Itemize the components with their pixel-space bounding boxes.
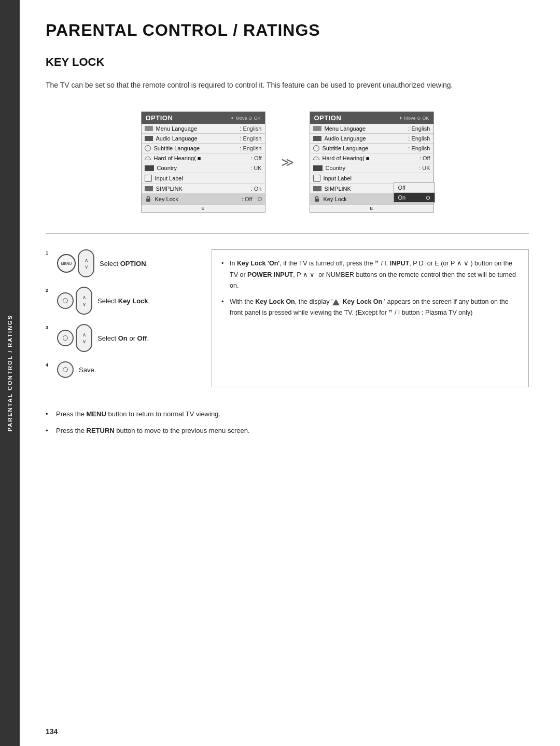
menu-value-1: : English bbox=[240, 125, 261, 132]
down-arrow-icon: ∨ bbox=[85, 264, 88, 270]
menu-row-2: Audio Language : English bbox=[142, 134, 265, 144]
down-arrow-icon-3: ∨ bbox=[82, 339, 86, 344]
step-3-number: 3 bbox=[46, 325, 52, 330]
step-3-nav[interactable]: ∧ ∨ bbox=[76, 324, 92, 352]
step-3-label: Select On or Off. bbox=[97, 334, 149, 342]
menu-button[interactable]: MENU bbox=[57, 254, 76, 273]
menu-right-row-5: Country : UK bbox=[310, 163, 433, 173]
menu-label-7: SIMPLINK bbox=[156, 186, 248, 192]
menu-label-8: Key Lock bbox=[155, 196, 239, 202]
menu-right-icon-2 bbox=[313, 136, 321, 141]
intro-text: The TV can be set so that the remote con… bbox=[46, 79, 497, 91]
bottom-notes: Press the MENU button to return to norma… bbox=[46, 408, 529, 437]
up-arrow-icon-2: ∧ bbox=[82, 295, 86, 300]
menu-row-3: Subtitle Language : English bbox=[142, 144, 265, 153]
svg-rect-1 bbox=[315, 199, 319, 202]
menu-right-icon-5 bbox=[313, 165, 323, 171]
menu-value-5: : UK bbox=[250, 165, 261, 171]
menu-value-8: : Off bbox=[242, 196, 253, 202]
menu-right-header: OPTION ✦ Move ⊙ OK bbox=[310, 112, 433, 124]
menu-icon-audio bbox=[145, 136, 153, 141]
menu-left-nav: ✦ Move ⊙ OK bbox=[230, 116, 261, 121]
menu-right-row-2: Audio Language : English bbox=[310, 134, 433, 144]
menu-row-4: Hard of Hearing( ■ : Off bbox=[142, 153, 265, 163]
menu-icon-lock-left bbox=[145, 195, 152, 203]
page-title: PARENTAL CONTROL / RATINGS bbox=[46, 21, 529, 40]
menu-icon-subtitle bbox=[145, 145, 151, 151]
menu-icon-image bbox=[145, 126, 153, 131]
note-1: In Key Lock 'On', if the TV is turned of… bbox=[221, 258, 519, 291]
menu-right-icon-1 bbox=[313, 126, 321, 131]
menu-btn-label: MENU bbox=[61, 262, 72, 265]
menu-dot bbox=[258, 197, 262, 201]
menu-icon-simplink bbox=[145, 186, 153, 191]
menu-right-icon-4 bbox=[313, 157, 319, 160]
menu-label-1: Menu Language bbox=[156, 125, 237, 132]
menu-right-icon-3 bbox=[313, 145, 319, 151]
step-2-nav[interactable]: ∧ ∨ bbox=[76, 287, 92, 315]
step-1-row: 1 MENU ∧ ∨ Select OPTION. bbox=[46, 249, 191, 277]
step-4-buttons bbox=[57, 361, 74, 378]
menu-left-title: OPTION bbox=[146, 114, 173, 122]
ok-button-3[interactable] bbox=[57, 330, 74, 346]
ok-button-4[interactable] bbox=[57, 361, 74, 378]
bottom-note-1: Press the MENU button to return to norma… bbox=[46, 408, 529, 420]
menu-right-nav: ✦ Move ⊙ OK bbox=[399, 116, 429, 121]
step-1-nav[interactable]: ∧ ∨ bbox=[78, 249, 94, 277]
bottom-note-2: Press the RETURN button to move to the p… bbox=[46, 425, 529, 437]
menu-screenshots: OPTION ✦ Move ⊙ OK Menu Language : Engli… bbox=[46, 111, 529, 213]
key-lock-dropdown: Off On ⊙ bbox=[394, 182, 435, 203]
menu-value-2: : English bbox=[240, 135, 261, 142]
menu-row-7: SIMPLINK : On bbox=[142, 184, 265, 194]
up-arrow-icon: ∧ bbox=[85, 258, 88, 263]
step-3-buttons: ∧ ∨ bbox=[57, 324, 92, 352]
step-4-number: 4 bbox=[46, 362, 52, 368]
step-1-label: Select OPTION. bbox=[100, 260, 148, 268]
notes-box: In Key Lock 'On', if the TV is turned of… bbox=[212, 249, 529, 387]
menu-row-6: Input Label bbox=[142, 173, 265, 184]
svg-rect-0 bbox=[146, 199, 150, 202]
step-2-row: 2 ∧ ∨ Select Key Lock. bbox=[46, 287, 191, 315]
menu-right-row-3: Subtitle Language : English bbox=[310, 144, 433, 153]
menu-right-icon-7 bbox=[313, 186, 321, 191]
menu-label-5: Country bbox=[157, 165, 248, 171]
steps-left: 1 MENU ∧ ∨ Select OPTION. 2 bbox=[46, 249, 191, 387]
down-arrow-icon-2: ∨ bbox=[82, 302, 86, 307]
step-4-row: 4 Save. bbox=[46, 361, 191, 378]
menu-row-1: Menu Language : English bbox=[142, 124, 265, 134]
menu-footer-left: E bbox=[142, 205, 265, 212]
menu-label-3: Subtitle Language bbox=[154, 145, 237, 151]
menu-right-wrapper: OPTION ✦ Move ⊙ OK Menu Language : Engli… bbox=[310, 111, 434, 213]
menu-icon-lock-right bbox=[313, 195, 320, 203]
steps-section: 1 MENU ∧ ∨ Select OPTION. 2 bbox=[46, 249, 529, 387]
ok-button-2[interactable] bbox=[57, 292, 74, 309]
menu-label-6: Input Label bbox=[155, 175, 259, 181]
ok-inner-icon-3 bbox=[63, 335, 68, 341]
menu-value-3: : English bbox=[240, 145, 261, 151]
step-2-label: Select Key Lock. bbox=[97, 297, 150, 305]
step-1-buttons: MENU ∧ ∨ bbox=[57, 249, 94, 277]
step-2-buttons: ∧ ∨ bbox=[57, 287, 92, 315]
menu-icon-country bbox=[145, 165, 154, 171]
menu-right-icon-6 bbox=[313, 175, 320, 182]
dropdown-off[interactable]: Off bbox=[394, 183, 435, 193]
menu-arrow: ≫ bbox=[281, 155, 294, 170]
sidebar-label: PARENTAL CONTROL / RATINGS bbox=[7, 315, 13, 431]
menu-right-title: OPTION bbox=[314, 114, 342, 122]
sidebar: PARENTAL CONTROL / RATINGS bbox=[0, 0, 20, 746]
menu-icon-input bbox=[145, 175, 152, 182]
menu-left-header: OPTION ✦ Move ⊙ OK bbox=[142, 112, 265, 124]
step-4-label: Save. bbox=[79, 366, 96, 374]
menu-icon-hearing bbox=[145, 157, 151, 160]
note-2: With the Key Lock On, the display ' Key … bbox=[221, 297, 519, 319]
step-2-number: 2 bbox=[46, 288, 52, 293]
menu-right-row-1: Menu Language : English bbox=[310, 124, 433, 134]
ok-inner-icon-4 bbox=[63, 367, 68, 372]
menu-row-8: Key Lock : Off bbox=[142, 194, 265, 205]
menu-label-4: Hard of Hearing( ■ bbox=[154, 155, 248, 161]
menu-right-row-4: Hard of Hearing( ■ : Off bbox=[310, 153, 433, 163]
dropdown-on[interactable]: On ⊙ bbox=[394, 193, 435, 203]
page-number: 134 bbox=[46, 727, 58, 736]
menu-value-7: : On bbox=[251, 186, 262, 192]
menu-left: OPTION ✦ Move ⊙ OK Menu Language : Engli… bbox=[141, 111, 265, 213]
